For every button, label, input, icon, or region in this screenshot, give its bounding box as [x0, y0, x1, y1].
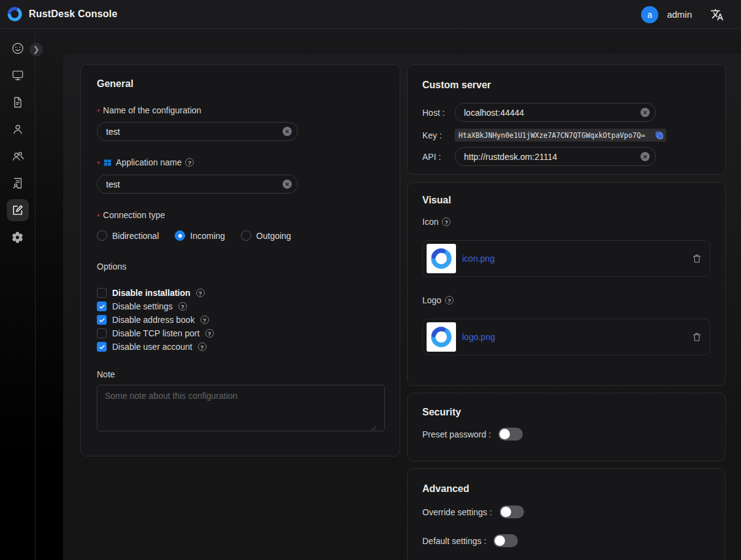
sidebar-item-custom-clients[interactable]	[7, 199, 29, 221]
trash-icon[interactable]	[691, 331, 702, 342]
clear-icon[interactable]: ✕	[640, 108, 650, 117]
trash-icon[interactable]	[691, 253, 702, 264]
security-title: Security	[422, 407, 710, 418]
checkbox-label: Disable address book	[112, 315, 195, 325]
icon-file-link[interactable]: icon.png	[462, 254, 691, 263]
radio-circle-icon	[241, 230, 251, 241]
clear-icon[interactable]: ✕	[640, 152, 650, 161]
visual-card: Visual Icon ? icon.png Logo	[407, 182, 726, 386]
sidebar-item-groups[interactable]	[7, 145, 29, 167]
sidebar-item-home[interactable]	[7, 37, 29, 59]
required-asterisk: *	[97, 212, 100, 221]
radio-incoming[interactable]: Incoming	[175, 230, 225, 241]
general-card: General * Name of the configuration ✕ * …	[80, 64, 400, 456]
sidebar-item-settings[interactable]	[7, 226, 29, 248]
document-icon	[11, 96, 25, 109]
host-input[interactable]	[455, 108, 655, 118]
username-label[interactable]: admin	[667, 9, 692, 20]
radio-circle-icon	[175, 230, 185, 241]
key-value: HtaXBkJNHyn0e1U1jWXze7A7CN7QTGWqxkOtpaVp…	[458, 131, 655, 140]
help-icon[interactable]: ?	[196, 289, 205, 297]
radio-outgoing[interactable]: Outgoing	[241, 230, 291, 241]
note-label: Note	[97, 369, 115, 379]
rustdesk-logo-icon	[429, 325, 454, 349]
api-label: API :	[422, 152, 455, 162]
help-icon[interactable]: ?	[205, 329, 214, 338]
rustdesk-console-page: RustDesk Console a admin	[0, 0, 741, 560]
help-icon[interactable]: ?	[178, 302, 187, 311]
config-name-field: ✕	[97, 122, 298, 141]
icon-upload-row: icon.png	[422, 240, 710, 277]
override-settings-toggle[interactable]	[500, 505, 524, 518]
clear-icon[interactable]: ✕	[283, 180, 292, 189]
note-textarea[interactable]	[97, 385, 385, 431]
override-settings-label: Override settings :	[422, 507, 492, 517]
application-name-input[interactable]	[97, 180, 297, 189]
options-checkbox-list: Disable installation ? Disable settings …	[97, 286, 384, 354]
application-name-label: Application name	[116, 157, 181, 167]
translate-icon[interactable]	[710, 8, 724, 21]
checkbox-icon	[97, 288, 107, 298]
application-name-field: ✕	[97, 175, 298, 194]
checkbox-icon	[97, 342, 107, 352]
icon-label: Icon	[422, 217, 438, 227]
logo-file-link[interactable]: logo.png	[462, 332, 691, 342]
top-header: RustDesk Console a admin	[0, 0, 741, 29]
advanced-card: Advanced Override settings : Default set…	[407, 468, 726, 560]
checkbox-label: Disable user account	[112, 342, 192, 352]
checkbox-label: Disable TCP listen port	[112, 328, 200, 338]
custom-server-card: Custom server Host : ✕ Key : HtaXBkJNHyn…	[407, 64, 726, 175]
logo-label: Logo	[422, 295, 441, 305]
preset-password-label: Preset password :	[422, 429, 491, 439]
config-name-label: Name of the configuration	[103, 105, 201, 115]
app-title: RustDesk Console	[29, 9, 118, 20]
config-name-input[interactable]	[97, 127, 297, 137]
default-settings-toggle[interactable]	[493, 534, 518, 547]
help-icon[interactable]: ?	[442, 218, 450, 226]
radio-label: Outgoing	[256, 231, 291, 241]
logo-upload-row: logo.png	[422, 319, 710, 355]
connection-type-label: Connection type	[103, 210, 165, 220]
gear-icon	[11, 231, 24, 244]
sidebar-item-devices[interactable]	[7, 64, 29, 86]
copy-icon[interactable]	[655, 131, 664, 140]
advanced-title: Advanced	[422, 483, 710, 494]
connection-type-radio-group: Bidirectional Incoming Outgoing	[97, 230, 384, 241]
icon-thumbnail	[427, 244, 456, 273]
checkbox-disable-user-account[interactable]: Disable user account ?	[97, 340, 384, 354]
checkbox-icon	[97, 301, 107, 311]
checkbox-disable-installation[interactable]: Disable installation ?	[97, 286, 384, 300]
required-asterisk: *	[97, 159, 100, 168]
sidebar-item-sessions[interactable]	[7, 91, 29, 113]
radio-label: Bidirectional	[112, 231, 159, 241]
checkbox-label: Disable settings	[112, 301, 173, 311]
checkbox-disable-tcp-listen-port[interactable]: Disable TCP listen port ?	[97, 327, 384, 340]
help-icon[interactable]: ?	[200, 316, 209, 324]
checkbox-disable-address-book[interactable]: Disable address book ?	[97, 313, 384, 327]
rustdesk-logo-icon	[6, 6, 23, 23]
sidebar-item-users[interactable]	[7, 118, 29, 140]
rustdesk-logo-icon	[429, 246, 454, 271]
host-label: Host :	[422, 108, 455, 118]
help-icon[interactable]: ?	[198, 342, 207, 351]
options-label: Options	[97, 262, 126, 271]
default-settings-label: Default settings :	[422, 536, 486, 546]
smiley-icon	[11, 42, 25, 55]
clear-icon[interactable]: ✕	[283, 127, 292, 136]
help-icon[interactable]: ?	[445, 296, 454, 305]
sidebar-item-audit[interactable]	[7, 172, 29, 194]
preset-password-toggle[interactable]	[498, 428, 523, 441]
api-input[interactable]	[455, 152, 655, 162]
radio-bidirectional[interactable]: Bidirectional	[97, 230, 159, 241]
user-avatar[interactable]: a	[641, 6, 658, 23]
checkbox-disable-settings[interactable]: Disable settings ?	[97, 300, 384, 313]
sidebar-collapse-button[interactable]: ❯	[29, 43, 43, 56]
radio-label: Incoming	[190, 231, 225, 241]
key-value-chip: HtaXBkJNHyn0e1U1jWXze7A7CN7QTGWqxkOtpaVp…	[455, 129, 666, 142]
host-field: ✕	[455, 103, 656, 122]
help-icon[interactable]: ?	[185, 158, 194, 167]
radio-circle-icon	[97, 230, 107, 241]
checkbox-icon	[97, 315, 107, 325]
edit-icon	[11, 203, 25, 217]
main-content-panel: General * Name of the configuration ✕ * …	[63, 54, 741, 560]
